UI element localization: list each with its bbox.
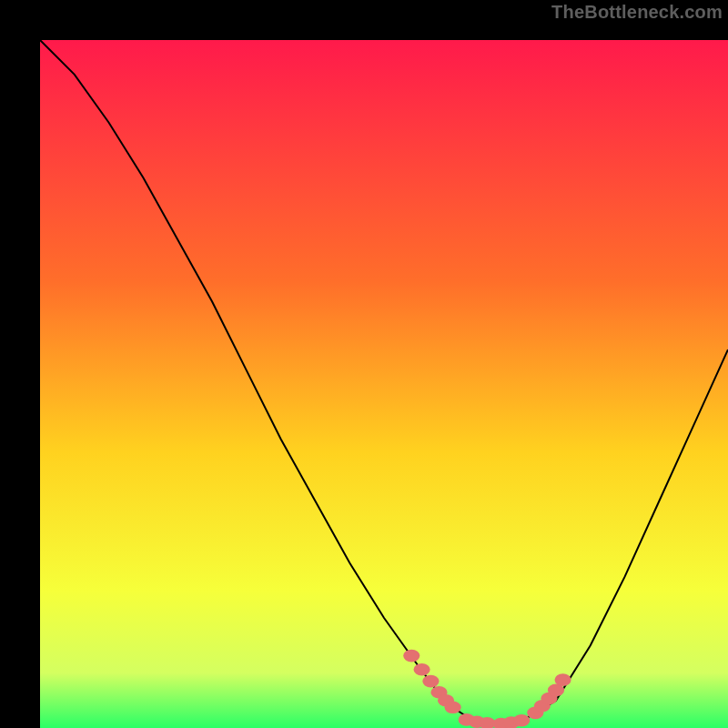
data-marker <box>414 663 430 676</box>
plot-area <box>40 40 728 728</box>
data-marker <box>445 702 461 714</box>
data-marker <box>513 714 530 727</box>
gradient-background <box>40 40 728 728</box>
chart-svg <box>40 40 728 728</box>
attribution-label: TheBottleneck.com <box>551 2 723 23</box>
data-marker <box>422 675 439 688</box>
data-marker <box>403 650 420 662</box>
data-marker <box>554 673 571 686</box>
chart-frame <box>20 20 708 708</box>
